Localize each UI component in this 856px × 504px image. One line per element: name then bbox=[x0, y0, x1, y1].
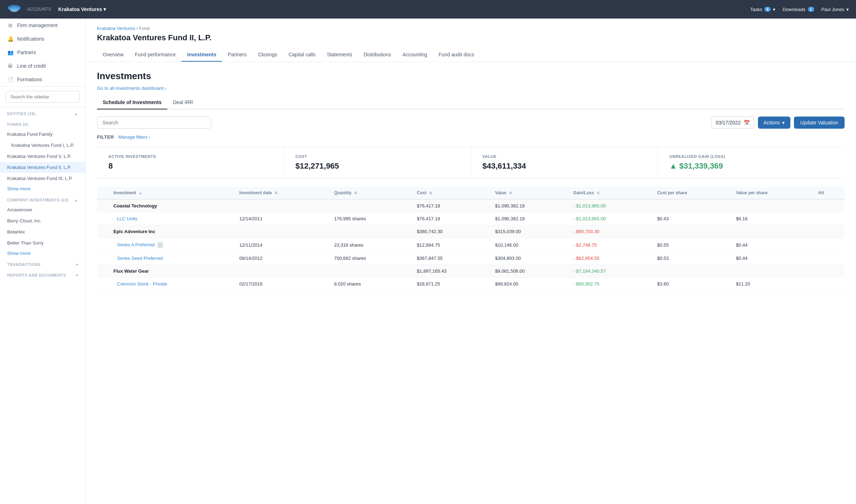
document-badge-icon[interactable]: 📋 bbox=[157, 242, 163, 248]
stat-active-investments: ACTIVE INVESTMENTS 8 bbox=[97, 147, 284, 178]
breadcrumb-account-link[interactable]: Krakatoa Ventures bbox=[97, 26, 135, 31]
th-value-per-share: Value per share bbox=[731, 187, 813, 199]
show-more-companies[interactable]: Show more bbox=[0, 248, 85, 258]
sidebar-item-krakatoa-ventures-fund-v[interactable]: Krakatoa Ventures Fund V, L.P. bbox=[0, 151, 85, 162]
tab-investments[interactable]: Investments bbox=[182, 48, 222, 62]
tab-closings[interactable]: Closings bbox=[252, 48, 283, 62]
tab-overview[interactable]: Overview bbox=[97, 48, 129, 62]
child-date: 12/14/2011 bbox=[234, 212, 329, 225]
toolbar-right: 03/17/2022 📅 Actions ▾ Update Valuation bbox=[711, 117, 845, 129]
page-header: Krakatoa Ventures / Fund Krakatoa Ventur… bbox=[86, 19, 856, 62]
sidebar-item-betahex[interactable]: BetaHex bbox=[0, 226, 85, 237]
tab-partners[interactable]: Partners bbox=[222, 48, 252, 62]
sidebar-item-firm-management[interactable]: ⊞ Firm management bbox=[0, 19, 85, 32]
fund-item-label: Krakatoa Ventures Fund III, L.P. bbox=[7, 176, 72, 181]
fund-item-label: Krakatoa Ventures Fund II, L.P. bbox=[7, 165, 71, 170]
entities-section-header[interactable]: ENTITIES (16) ▲ bbox=[0, 107, 85, 118]
group-sort-handle bbox=[97, 265, 108, 278]
unrealized-amount: $31,339,369 bbox=[679, 161, 723, 171]
accounts-label: ACCOUNTS bbox=[27, 7, 51, 12]
funds-label: FUNDS (6) bbox=[7, 122, 28, 127]
sidebar-item-arcanerover[interactable]: Arcanerover bbox=[0, 204, 85, 215]
sidebar-item-krakatoa-fund-family[interactable]: Krakatoa Fund Family bbox=[0, 129, 85, 140]
investments-search-input[interactable] bbox=[97, 117, 211, 129]
table-header: Investment ▲ Investment date ⇅ Quantity … bbox=[97, 187, 845, 199]
th-investment-date[interactable]: Investment date ⇅ bbox=[234, 187, 329, 199]
group-cost: $76,417.18 bbox=[412, 199, 490, 212]
show-more-funds[interactable]: Show more bbox=[0, 184, 85, 194]
tab-distributions[interactable]: Distributions bbox=[358, 48, 397, 62]
go-to-dashboard-link[interactable]: Go to all investments dashboard › bbox=[97, 86, 166, 91]
funds-section-header[interactable]: FUNDS (6) bbox=[0, 118, 85, 129]
tab-accounting[interactable]: Accounting bbox=[397, 48, 433, 62]
update-valuation-button[interactable]: Update Valuation bbox=[794, 117, 845, 129]
sidebar-item-notifications[interactable]: 🔔 Notifications bbox=[0, 32, 85, 46]
company-item-label: Arcanerover bbox=[7, 207, 32, 212]
tab-fund-audit-docs[interactable]: Fund audit docs bbox=[433, 48, 480, 62]
active-investments-label: ACTIVE INVESTMENTS bbox=[108, 154, 272, 159]
reports-label: REPORTS AND DOCUMENTS bbox=[7, 273, 66, 277]
child-cost-per-share: $3.60 bbox=[652, 278, 731, 290]
th-value[interactable]: Value ⇅ bbox=[490, 187, 568, 199]
transactions-section-header[interactable]: TRANSACTIONS ▾ bbox=[0, 258, 85, 269]
sort-icon-value: ⇅ bbox=[509, 191, 512, 195]
downloads-button[interactable]: Downloads 1 bbox=[783, 7, 814, 12]
child-value-per-share: $0.44 bbox=[731, 238, 813, 252]
sidebar-item-krakatoa-ventures-fund-iii[interactable]: Krakatoa Ventures Fund III, L.P. bbox=[0, 173, 85, 184]
group-gain: ↑$1,013,965.00 bbox=[568, 199, 652, 212]
actions-button[interactable]: Actions ▾ bbox=[758, 117, 790, 129]
sidebar-item-krakatoa-ventures-fund-ii[interactable]: Krakatoa Ventures Fund II, L.P. bbox=[0, 162, 85, 173]
investment-link[interactable]: LLC Units bbox=[117, 216, 137, 221]
table-header-row: Investment ▲ Investment date ⇅ Quantity … bbox=[97, 187, 845, 199]
sidebar-item-krakatoa-ventures-fund-i[interactable]: Krakatoa Ventures Fund I, L.P. bbox=[0, 140, 85, 151]
logo[interactable] bbox=[7, 4, 21, 14]
sub-tab-deal-irr[interactable]: Deal IRR bbox=[167, 97, 199, 109]
bell-icon: 🔔 bbox=[7, 36, 14, 42]
table-row: LLC Units 12/14/2011 176,995 shares $76,… bbox=[97, 212, 845, 225]
tab-statements[interactable]: Statements bbox=[321, 48, 358, 62]
group-gain: ↑$7,184,340.57 bbox=[568, 265, 652, 278]
investment-link[interactable]: Series A Preferred bbox=[117, 242, 155, 247]
sidebar-item-berry-cloud[interactable]: Berry Cloud, Inc. bbox=[0, 215, 85, 226]
sidebar-search-input[interactable] bbox=[6, 91, 80, 103]
tab-fund-performance[interactable]: Fund performance bbox=[129, 48, 181, 62]
account-name-dropdown[interactable]: Krakatoa Ventures ▾ bbox=[58, 6, 106, 12]
sidebar-item-line-of-credit[interactable]: 🏛 Line of credit bbox=[0, 59, 85, 73]
th-sort-handle[interactable] bbox=[97, 187, 108, 199]
chevron-down-icon-reports: ▾ bbox=[76, 273, 78, 277]
layout: ⊞ Firm management 🔔 Notifications 👥 Part… bbox=[0, 19, 856, 504]
sidebar-item-better-than-sorry[interactable]: Better Than Sorry bbox=[0, 237, 85, 248]
page-title: Krakatoa Ventures Fund II, L.P. bbox=[97, 33, 845, 42]
child-value: $89,824.00 bbox=[490, 278, 568, 290]
sidebar-item-label: Partners bbox=[17, 50, 36, 55]
sort-icon-quantity: ⇅ bbox=[354, 191, 357, 195]
sub-tab-schedule[interactable]: Schedule of Investments bbox=[97, 97, 167, 109]
user-menu-button[interactable]: Paul Jones ▾ bbox=[821, 7, 849, 12]
manage-filters-link[interactable]: Manage filters › bbox=[118, 134, 151, 140]
sidebar-item-formations[interactable]: 📄 Formations bbox=[0, 73, 85, 86]
date-picker[interactable]: 03/17/2022 📅 bbox=[711, 117, 754, 129]
reports-section-header[interactable]: REPORTS AND DOCUMENTS ▾ bbox=[0, 269, 85, 279]
sidebar-search-container bbox=[0, 86, 85, 107]
breadcrumb-section: Fund bbox=[139, 26, 150, 31]
child-date: 02/17/2016 bbox=[234, 278, 329, 290]
th-quantity[interactable]: Quantity ⇅ bbox=[329, 187, 412, 199]
investments-title: Investments bbox=[97, 71, 845, 82]
sidebar: ⊞ Firm management 🔔 Notifications 👥 Part… bbox=[0, 19, 86, 504]
child-cost: $367,847.55 bbox=[412, 252, 490, 265]
investment-link[interactable]: Common Stock - Private bbox=[117, 281, 167, 287]
investment-link[interactable]: Series Seed Preferred bbox=[117, 256, 163, 261]
tab-capital-calls[interactable]: Capital calls bbox=[283, 48, 321, 62]
child-cost-per-share: $0.53 bbox=[652, 252, 731, 265]
company-investments-section-header[interactable]: COMPANY INVESTMENTS (22) ▲ bbox=[0, 194, 85, 204]
th-cost[interactable]: Cost ⇅ bbox=[412, 187, 490, 199]
table-row-group: Epic Adventure Inc $380,742.30 $315,039.… bbox=[97, 225, 845, 238]
transactions-label: TRANSACTIONS bbox=[7, 262, 41, 267]
group-gain: ↓$65,703.30 bbox=[568, 225, 652, 238]
chevron-down-icon-tasks: ▾ bbox=[773, 7, 775, 12]
child-gain: ↓$2,748.75 bbox=[568, 238, 652, 252]
th-investment[interactable]: Investment ▲ bbox=[108, 187, 234, 199]
sidebar-item-partners[interactable]: 👥 Partners bbox=[0, 46, 85, 59]
tasks-button[interactable]: Tasks 6 ▾ bbox=[750, 7, 775, 12]
th-gain-loss[interactable]: Gain/Loss ⇅ bbox=[568, 187, 652, 199]
